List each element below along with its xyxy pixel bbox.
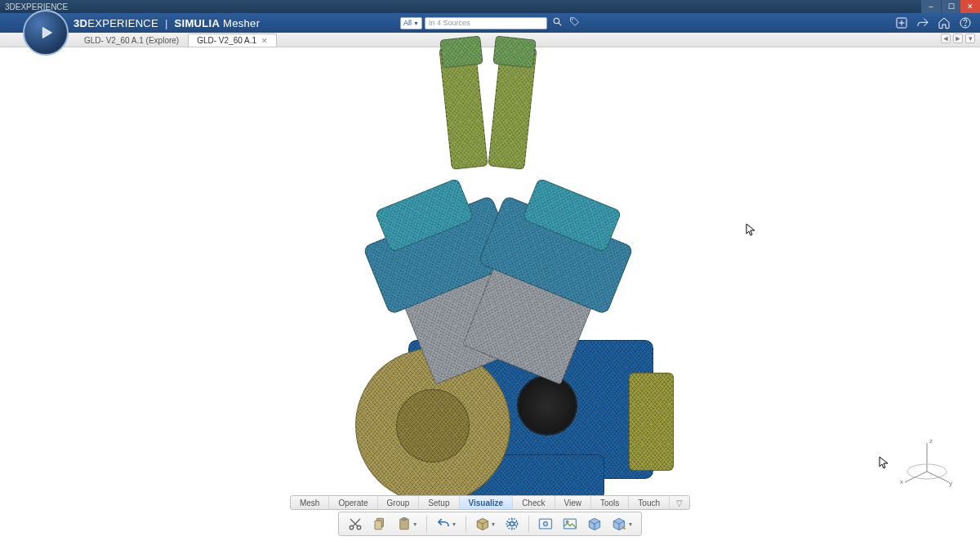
maximize-button[interactable]: ☐ bbox=[941, 0, 960, 13]
copy-icon[interactable] bbox=[368, 514, 391, 534]
ctab-visualize[interactable]: Visualize bbox=[460, 496, 514, 509]
ctab-touch[interactable]: Touch bbox=[629, 496, 670, 509]
paste-dropdown-icon[interactable]: ▼ bbox=[412, 521, 418, 527]
header-actions bbox=[895, 16, 980, 29]
app-header: 3DEXPERIENCE | SIMULIAMesher All ▼ In 4 … bbox=[0, 13, 980, 33]
ctab-setup[interactable]: Setup bbox=[419, 496, 459, 509]
window-titlebar: 3DEXPERIENCE – ☐ ✕ bbox=[0, 0, 980, 13]
svg-rect-16 bbox=[375, 521, 381, 530]
svg-point-1 bbox=[554, 18, 559, 24]
undo-dropdown-icon[interactable]: ▼ bbox=[452, 521, 457, 527]
axis-triad[interactable]: z x y bbox=[898, 435, 956, 492]
window-controls: – ☐ ✕ bbox=[921, 0, 980, 13]
suite-light: Mesher bbox=[223, 17, 260, 29]
ctab-group[interactable]: Group bbox=[378, 496, 420, 509]
compass-wrap bbox=[0, 13, 74, 33]
add-icon[interactable] bbox=[895, 16, 908, 29]
bottom-toolbars: Mesh Operate Group Setup Visualize Check… bbox=[290, 495, 690, 536]
svg-point-22 bbox=[544, 522, 548, 526]
ctab-view[interactable]: View bbox=[555, 496, 591, 509]
tab-label: GLD- V2_60 A.1 (Explore) bbox=[84, 36, 179, 45]
svg-line-2 bbox=[559, 23, 561, 25]
search-input[interactable]: In 4 Sources bbox=[425, 17, 547, 29]
tab-label: GLD- V2_60 A.1 bbox=[197, 36, 256, 45]
chevron-down-icon: ▼ bbox=[413, 20, 419, 26]
help-icon[interactable] bbox=[959, 16, 972, 29]
tab-prev-button[interactable]: ◄ bbox=[941, 34, 951, 43]
ctab-tools[interactable]: Tools bbox=[591, 496, 629, 509]
close-button[interactable]: ✕ bbox=[960, 0, 980, 13]
suite-bold: SIMULIA bbox=[175, 17, 220, 29]
mesh-part-right-intake-tip bbox=[492, 35, 536, 68]
search-group: All ▼ In 4 Sources bbox=[400, 16, 580, 30]
home-icon[interactable] bbox=[938, 16, 951, 29]
window-title: 3DEXPERIENCE bbox=[5, 2, 68, 11]
axis-x-label: x bbox=[900, 478, 903, 485]
svg-point-19 bbox=[510, 522, 514, 526]
action-toolbar: ▼ ▼ ▼ ▼ bbox=[338, 512, 643, 536]
svg-rect-23 bbox=[564, 519, 577, 529]
search-icon[interactable] bbox=[552, 16, 563, 30]
view-image-icon[interactable] bbox=[559, 514, 581, 534]
share-icon[interactable] bbox=[916, 16, 929, 29]
search-filter-dropdown[interactable]: All ▼ bbox=[400, 17, 422, 29]
ctab-check[interactable]: Check bbox=[513, 496, 555, 509]
search-filter-label: All bbox=[403, 19, 412, 27]
svg-marker-0 bbox=[42, 28, 51, 38]
command-tabs: Mesh Operate Group Setup Visualize Check… bbox=[290, 495, 690, 510]
ctab-mesh[interactable]: Mesh bbox=[291, 496, 329, 509]
view-cube-icon[interactable] bbox=[583, 514, 606, 534]
search-placeholder: In 4 Sources bbox=[429, 19, 470, 27]
tab-explore[interactable]: GLD- V2_60 A.1 (Explore) bbox=[75, 34, 188, 47]
tab-menu-button[interactable]: ▾ bbox=[965, 34, 975, 43]
viewport-3d[interactable]: z x y Mesh Operate Group Setup Visualize… bbox=[0, 47, 980, 541]
tab-next-button[interactable]: ► bbox=[953, 34, 963, 43]
mesh-box-dropdown-icon[interactable]: ▼ bbox=[491, 521, 497, 527]
mesh-part-side-olive bbox=[629, 373, 674, 471]
axis-y-label: y bbox=[949, 480, 952, 487]
toolbar-separator bbox=[466, 516, 466, 532]
svg-point-8 bbox=[964, 25, 965, 26]
cursor-icon bbox=[746, 223, 755, 239]
compass-button[interactable] bbox=[23, 10, 69, 56]
mesh-sphere-icon[interactable] bbox=[501, 514, 523, 534]
tag-icon[interactable] bbox=[569, 16, 580, 30]
tab-close-icon[interactable]: ✕ bbox=[261, 37, 268, 45]
svg-rect-17 bbox=[399, 519, 408, 530]
toolbar-separator bbox=[426, 516, 427, 532]
axis-z-label: z bbox=[929, 437, 933, 445]
svg-point-24 bbox=[567, 521, 569, 523]
cut-icon[interactable] bbox=[344, 514, 367, 534]
ctab-operate[interactable]: Operate bbox=[329, 496, 377, 509]
svg-rect-18 bbox=[402, 518, 406, 521]
meshed-model bbox=[286, 46, 694, 503]
ctab-expand-icon[interactable]: ▽ bbox=[670, 499, 689, 507]
brand-bold: 3D bbox=[74, 17, 87, 29]
mesh-part-left-intake-tip bbox=[439, 35, 483, 68]
svg-point-3 bbox=[572, 19, 573, 20]
cursor-icon bbox=[879, 456, 889, 472]
toolbar-separator bbox=[528, 516, 529, 532]
tab-nav: ◄ ► ▾ bbox=[941, 34, 975, 43]
brand-title: 3DEXPERIENCE | SIMULIAMesher bbox=[74, 17, 260, 29]
brand-light: EXPERIENCE bbox=[87, 17, 158, 29]
minimize-button[interactable]: – bbox=[921, 0, 941, 13]
view-fit-icon[interactable] bbox=[534, 514, 557, 534]
tab-model[interactable]: GLD- V2_60 A.1 ✕ bbox=[188, 34, 277, 47]
view-config-dropdown-icon[interactable]: ▼ bbox=[627, 521, 633, 527]
